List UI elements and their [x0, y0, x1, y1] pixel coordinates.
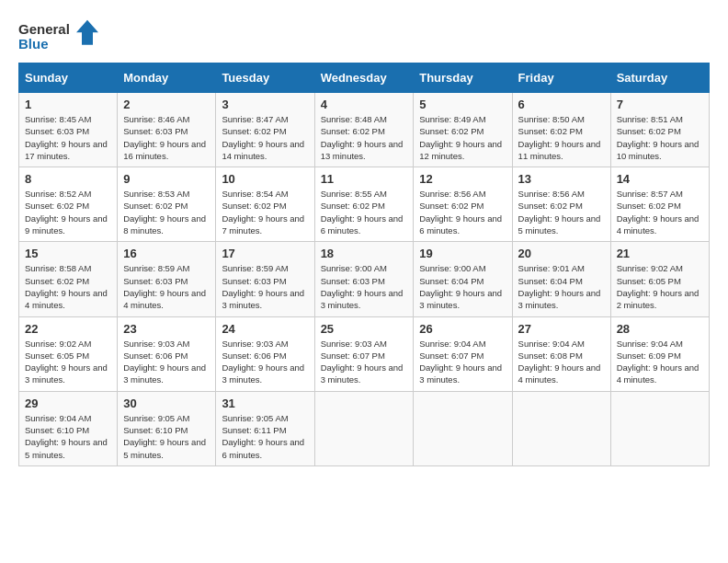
calendar-cell: 15Sunrise: 8:58 AMSunset: 6:02 PMDayligh…	[19, 242, 118, 316]
calendar-cell: 11Sunrise: 8:55 AMSunset: 6:02 PMDayligh…	[314, 167, 414, 242]
header: GeneralBlue	[18, 18, 710, 53]
day-number: 18	[321, 247, 408, 260]
calendar-cell: 30Sunrise: 9:05 AMSunset: 6:10 PMDayligh…	[118, 391, 216, 465]
day-info: Sunrise: 8:56 AMSunset: 6:02 PMDaylight:…	[518, 188, 605, 236]
calendar-cell: 24Sunrise: 9:03 AMSunset: 6:06 PMDayligh…	[216, 316, 314, 391]
day-number: 29	[25, 396, 111, 410]
day-info: Sunrise: 8:55 AMSunset: 6:02 PMDaylight:…	[321, 188, 408, 236]
calendar-cell: 13Sunrise: 8:56 AMSunset: 6:02 PMDayligh…	[512, 167, 610, 242]
day-number: 31	[222, 396, 308, 410]
weekday-header-friday: Friday	[512, 63, 610, 93]
day-number: 7	[617, 98, 703, 111]
day-number: 23	[123, 322, 210, 336]
calendar-cell: 27Sunrise: 9:04 AMSunset: 6:08 PMDayligh…	[512, 316, 610, 391]
calendar-cell: 22Sunrise: 9:02 AMSunset: 6:05 PMDayligh…	[19, 316, 118, 391]
calendar-cell: 5Sunrise: 8:49 AMSunset: 6:02 PMDaylight…	[414, 93, 512, 167]
svg-text:Blue: Blue	[18, 36, 49, 52]
weekday-header-thursday: Thursday	[414, 63, 512, 93]
day-number: 16	[123, 247, 210, 260]
calendar-cell: 21Sunrise: 9:02 AMSunset: 6:05 PMDayligh…	[610, 242, 709, 316]
day-number: 24	[222, 322, 308, 336]
week-row-1: 1Sunrise: 8:45 AMSunset: 6:03 PMDaylight…	[19, 93, 710, 167]
calendar: SundayMondayTuesdayWednesdayThursdayFrid…	[18, 63, 710, 466]
weekday-header-wednesday: Wednesday	[314, 63, 414, 93]
svg-text:General: General	[18, 21, 70, 37]
day-number: 13	[518, 172, 605, 186]
calendar-cell: 2Sunrise: 8:46 AMSunset: 6:03 PMDaylight…	[118, 93, 216, 167]
calendar-cell: 20Sunrise: 9:01 AMSunset: 6:04 PMDayligh…	[512, 242, 610, 316]
calendar-cell	[512, 391, 610, 465]
calendar-cell: 26Sunrise: 9:04 AMSunset: 6:07 PMDayligh…	[414, 316, 512, 391]
weekday-header-tuesday: Tuesday	[216, 63, 314, 93]
calendar-cell: 31Sunrise: 9:05 AMSunset: 6:11 PMDayligh…	[216, 391, 314, 465]
calendar-cell	[610, 391, 709, 465]
weekday-header-row: SundayMondayTuesdayWednesdayThursdayFrid…	[19, 63, 710, 93]
day-number: 22	[25, 322, 111, 336]
day-info: Sunrise: 8:49 AMSunset: 6:02 PMDaylight:…	[419, 113, 506, 162]
day-info: Sunrise: 8:50 AMSunset: 6:02 PMDaylight:…	[518, 113, 605, 162]
day-number: 27	[518, 322, 605, 336]
day-info: Sunrise: 9:04 AMSunset: 6:07 PMDaylight:…	[419, 338, 506, 386]
day-number: 12	[419, 172, 506, 186]
svg-marker-2	[76, 20, 98, 45]
day-info: Sunrise: 8:48 AMSunset: 6:02 PMDaylight:…	[321, 113, 408, 162]
day-info: Sunrise: 9:00 AMSunset: 6:03 PMDaylight:…	[321, 262, 408, 311]
day-number: 3	[222, 98, 308, 111]
day-number: 1	[25, 98, 111, 111]
calendar-cell: 6Sunrise: 8:50 AMSunset: 6:02 PMDaylight…	[512, 93, 610, 167]
calendar-cell: 16Sunrise: 8:59 AMSunset: 6:03 PMDayligh…	[118, 242, 216, 316]
day-info: Sunrise: 8:45 AMSunset: 6:03 PMDaylight:…	[25, 113, 111, 162]
day-number: 21	[617, 247, 703, 260]
calendar-cell: 3Sunrise: 8:47 AMSunset: 6:02 PMDaylight…	[216, 93, 314, 167]
day-number: 15	[25, 247, 111, 260]
week-row-4: 22Sunrise: 9:02 AMSunset: 6:05 PMDayligh…	[19, 316, 710, 391]
calendar-cell: 7Sunrise: 8:51 AMSunset: 6:02 PMDaylight…	[610, 93, 709, 167]
day-info: Sunrise: 9:05 AMSunset: 6:10 PMDaylight:…	[123, 412, 210, 461]
day-number: 19	[419, 247, 506, 260]
day-number: 28	[617, 322, 703, 336]
day-number: 25	[321, 322, 408, 336]
logo-svg: GeneralBlue	[18, 18, 101, 53]
day-info: Sunrise: 9:03 AMSunset: 6:07 PMDaylight:…	[321, 338, 408, 386]
logo: GeneralBlue	[18, 18, 101, 53]
day-number: 9	[123, 172, 210, 186]
week-row-5: 29Sunrise: 9:04 AMSunset: 6:10 PMDayligh…	[19, 391, 710, 465]
day-info: Sunrise: 8:47 AMSunset: 6:02 PMDaylight:…	[222, 113, 308, 162]
calendar-cell: 18Sunrise: 9:00 AMSunset: 6:03 PMDayligh…	[314, 242, 414, 316]
calendar-cell: 10Sunrise: 8:54 AMSunset: 6:02 PMDayligh…	[216, 167, 314, 242]
weekday-header-saturday: Saturday	[610, 63, 709, 93]
day-number: 26	[419, 322, 506, 336]
day-number: 20	[518, 247, 605, 260]
day-info: Sunrise: 9:05 AMSunset: 6:11 PMDaylight:…	[222, 412, 308, 461]
day-info: Sunrise: 8:57 AMSunset: 6:02 PMDaylight:…	[617, 188, 703, 236]
day-info: Sunrise: 8:56 AMSunset: 6:02 PMDaylight:…	[419, 188, 506, 236]
weekday-header-monday: Monday	[118, 63, 216, 93]
day-info: Sunrise: 9:03 AMSunset: 6:06 PMDaylight:…	[222, 338, 308, 386]
day-info: Sunrise: 8:46 AMSunset: 6:03 PMDaylight:…	[123, 113, 210, 162]
calendar-cell: 14Sunrise: 8:57 AMSunset: 6:02 PMDayligh…	[610, 167, 709, 242]
calendar-cell: 25Sunrise: 9:03 AMSunset: 6:07 PMDayligh…	[314, 316, 414, 391]
day-number: 11	[321, 172, 408, 186]
week-row-2: 8Sunrise: 8:52 AMSunset: 6:02 PMDaylight…	[19, 167, 710, 242]
day-info: Sunrise: 9:02 AMSunset: 6:05 PMDaylight:…	[617, 262, 703, 311]
day-number: 5	[419, 98, 506, 111]
calendar-cell: 28Sunrise: 9:04 AMSunset: 6:09 PMDayligh…	[610, 316, 709, 391]
day-info: Sunrise: 9:04 AMSunset: 6:09 PMDaylight:…	[617, 338, 703, 386]
calendar-cell: 17Sunrise: 8:59 AMSunset: 6:03 PMDayligh…	[216, 242, 314, 316]
day-number: 10	[222, 172, 308, 186]
day-number: 8	[25, 172, 111, 186]
day-info: Sunrise: 8:58 AMSunset: 6:02 PMDaylight:…	[25, 262, 111, 311]
day-info: Sunrise: 9:03 AMSunset: 6:06 PMDaylight:…	[123, 338, 210, 386]
day-info: Sunrise: 9:04 AMSunset: 6:08 PMDaylight:…	[518, 338, 605, 386]
week-row-3: 15Sunrise: 8:58 AMSunset: 6:02 PMDayligh…	[19, 242, 710, 316]
day-info: Sunrise: 9:01 AMSunset: 6:04 PMDaylight:…	[518, 262, 605, 311]
day-number: 4	[321, 98, 408, 111]
calendar-cell: 19Sunrise: 9:00 AMSunset: 6:04 PMDayligh…	[414, 242, 512, 316]
day-info: Sunrise: 8:59 AMSunset: 6:03 PMDaylight:…	[222, 262, 308, 311]
day-info: Sunrise: 8:59 AMSunset: 6:03 PMDaylight:…	[123, 262, 210, 311]
day-info: Sunrise: 8:54 AMSunset: 6:02 PMDaylight:…	[222, 188, 308, 236]
weekday-header-sunday: Sunday	[19, 63, 118, 93]
calendar-cell: 29Sunrise: 9:04 AMSunset: 6:10 PMDayligh…	[19, 391, 118, 465]
calendar-cell: 23Sunrise: 9:03 AMSunset: 6:06 PMDayligh…	[118, 316, 216, 391]
day-number: 6	[518, 98, 605, 111]
